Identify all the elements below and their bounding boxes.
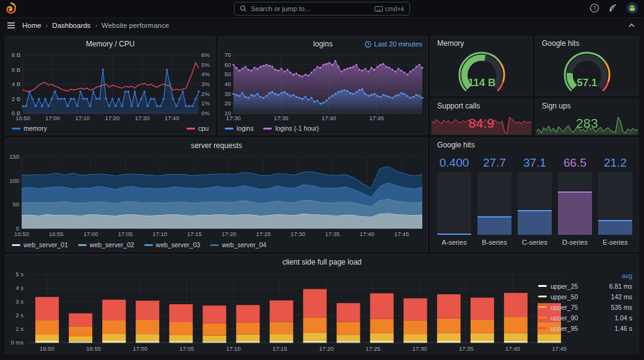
svg-text:17:30: 17:30 [412, 345, 427, 352]
time-range-label: Last 20 minutes [374, 40, 422, 48]
menu-toggle-icon[interactable] [6, 20, 16, 30]
svg-text:8 B: 8 B [12, 51, 20, 58]
svg-text:17:35: 17:35 [274, 115, 289, 121]
svg-text:17:25: 17:25 [256, 230, 271, 237]
bar-gauge-value: 37.1 [518, 156, 552, 172]
svg-text:6 B: 6 B [12, 66, 20, 73]
bar-gauge-value: 21.2 [598, 156, 632, 172]
svg-text:50: 50 [12, 201, 19, 208]
shortcut-label: cmd+k [385, 5, 404, 12]
breadcrumb-separator-icon: › [95, 22, 97, 29]
bar-gauge-C-series[interactable]: 37.1C-series [518, 156, 552, 247]
svg-text:5%: 5% [201, 61, 210, 68]
collapse-chevron-icon[interactable] [627, 20, 637, 30]
bar-gauge-E-series[interactable]: 21.2E-series [598, 156, 632, 247]
svg-text:17:10: 17:10 [152, 230, 167, 237]
user-avatar[interactable] [627, 2, 638, 14]
legend-item-upper_95[interactable]: upper_951.46 s [538, 323, 632, 333]
sign-ups-value: 283 [536, 116, 638, 131]
svg-text:?: ? [593, 5, 596, 11]
legend-item-server-2[interactable]: web_server_03 [144, 241, 201, 248]
legend-avg-value: 1.46 s [614, 325, 632, 332]
legend-swatch [225, 128, 233, 130]
bar-gauge-B-series[interactable]: 27.7B-series [477, 156, 511, 247]
legend-item-cpu[interactable]: cpu [186, 125, 209, 132]
svg-text:17:45: 17:45 [369, 115, 384, 121]
panel-title-google-hits[interactable]: Google hits [536, 37, 638, 50]
breadcrumb-separator-icon: › [46, 22, 48, 29]
svg-text:17:05: 17:05 [118, 230, 133, 237]
legend-label: web_server_03 [156, 241, 201, 248]
google-hits-bar-gauge: 0.400A-series27.7B-series37.1C-series66.… [437, 156, 632, 247]
breadcrumb-current-dashboard[interactable]: Website performance [102, 22, 169, 29]
google-hits-gauge-chart: 57.1 [547, 50, 627, 95]
panel-title-memory-cpu[interactable]: Memory / CPU [6, 37, 215, 51]
bar-gauge-track [477, 172, 511, 235]
svg-text:17:00: 17:00 [45, 115, 60, 121]
legend-item-logins-1[interactable]: logins (-1 hour) [263, 125, 319, 132]
panel-title-google-hits-bars[interactable]: Google hits [431, 138, 638, 152]
bar-gauge-label: E-series [598, 235, 632, 247]
panel-sign-ups: Sign ups 283 [535, 99, 639, 135]
panel-google-hits-gauge: Google hits 57.1 [535, 36, 639, 96]
legend-swatch [538, 296, 547, 297]
server-requests-legend: web_server_01web_server_02web_server_03w… [6, 239, 427, 251]
legend-item-logins-0[interactable]: logins [225, 125, 253, 132]
svg-text:0%: 0% [201, 110, 210, 116]
legend-label: upper_50 [550, 293, 578, 301]
svg-text:0 ms: 0 ms [11, 339, 24, 346]
legend-label: upper_75 [550, 304, 578, 311]
svg-text:17:20: 17:20 [105, 115, 120, 121]
svg-text:16:50: 16:50 [40, 345, 54, 352]
legend-swatch [538, 306, 547, 308]
legend-item-server-3[interactable]: web_server_04 [210, 241, 266, 248]
panel-title-memory[interactable]: Memory [431, 37, 532, 50]
panel-title-server-requests[interactable]: server requests [6, 138, 427, 153]
svg-text:114 B: 114 B [468, 77, 495, 89]
bar-gauge-D-series[interactable]: 66.5D-series [558, 156, 592, 247]
legend-label: logins [237, 125, 253, 132]
grafana-logo[interactable] [5, 2, 17, 15]
legend-item-upper_75[interactable]: upper_75535 ms [538, 302, 632, 312]
svg-text:17:30: 17:30 [226, 115, 241, 121]
panel-title-support-calls[interactable]: Support calls [431, 99, 532, 113]
search-input[interactable]: Search or jump to... cmd+k [234, 2, 410, 15]
svg-text:17:10: 17:10 [75, 115, 90, 121]
legend-item-upper_50[interactable]: upper_50142 ms [538, 291, 632, 302]
panel-time-range[interactable]: Last 20 minutes [365, 37, 422, 51]
svg-text:40: 40 [224, 81, 231, 87]
legend-item-server-0[interactable]: web_server_01 [12, 241, 68, 248]
svg-text:1%: 1% [201, 100, 210, 107]
svg-text:50: 50 [224, 71, 231, 77]
help-icon[interactable]: ? [590, 3, 599, 13]
search-icon [240, 5, 247, 12]
legend-item-upper_90[interactable]: upper_901.04 s [538, 312, 632, 323]
panel-memory-gauge: Memory 114 B [430, 36, 533, 96]
bar-gauge-track [558, 172, 592, 235]
legend-avg-header[interactable]: avg [538, 271, 632, 281]
legend-item-memory[interactable]: memory [12, 125, 47, 132]
legend-item-server-1[interactable]: web_server_02 [78, 241, 134, 248]
svg-text:4 s: 4 s [15, 284, 24, 291]
server-requests-chart: 05010015016:5016:5517:0017:0517:1017:151… [6, 153, 427, 239]
svg-text:17:40: 17:40 [321, 115, 336, 121]
svg-text:17:30: 17:30 [135, 115, 150, 121]
breadcrumb: Home › Dashboards › Website performance [22, 22, 169, 29]
legend-item-upper_25[interactable]: upper_256.81 ms [538, 281, 632, 291]
svg-text:4%: 4% [201, 71, 210, 77]
breadcrumb-dashboards[interactable]: Dashboards [52, 22, 90, 29]
bar-gauge-A-series[interactable]: 0.400A-series [437, 156, 471, 247]
legend-swatch [263, 128, 272, 130]
svg-text:17:25: 17:25 [366, 345, 381, 352]
panel-title-sign-ups[interactable]: Sign ups [536, 99, 638, 113]
breadcrumb-home[interactable]: Home [22, 22, 41, 29]
panel-support-calls: Support calls 84.9 [430, 99, 533, 135]
bar-gauge-track [598, 172, 632, 235]
panel-title-client-load[interactable]: client side full page load [6, 255, 638, 270]
panel-client-load: client side full page load 0 ms1 s2 s3 s… [5, 254, 639, 354]
panel-google-hits-bars: Google hits 0.400A-series27.7B-series37.… [430, 138, 639, 252]
grafana-logo-icon [5, 2, 17, 15]
svg-text:20: 20 [224, 100, 231, 107]
news-icon[interactable] [608, 3, 618, 13]
memory-gauge-chart: 114 B [442, 50, 522, 95]
